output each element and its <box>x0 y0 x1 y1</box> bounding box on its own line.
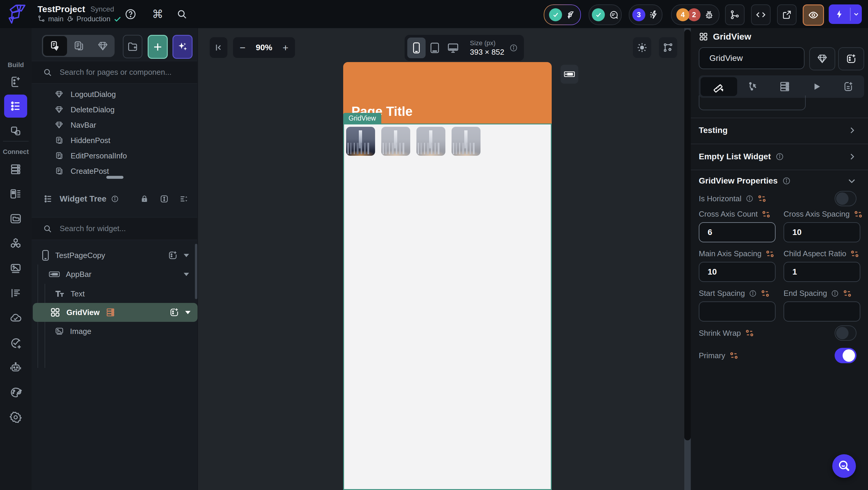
rail-media-button[interactable] <box>4 257 27 280</box>
tree-node-image[interactable]: Image <box>32 323 197 340</box>
rail-theme-button[interactable] <box>4 381 27 404</box>
tree-node-gridview-selected[interactable]: GridView <box>33 303 197 322</box>
list-item[interactable]: EditPersonalInfo <box>32 148 197 164</box>
shortcuts-button[interactable]: ⌘ <box>151 8 164 21</box>
tree-node-page[interactable]: TestPageCopy <box>32 247 197 264</box>
widget-search[interactable] <box>32 217 197 240</box>
grid-image-1[interactable] <box>346 127 375 156</box>
is-horizontal-toggle[interactable] <box>835 191 857 206</box>
tab-backend-query[interactable] <box>769 77 801 96</box>
zoom-in-button[interactable]: + <box>280 42 291 54</box>
rail-components-button[interactable] <box>4 120 27 143</box>
tab-properties[interactable] <box>701 77 737 96</box>
main-axis-spacing-input[interactable]: 10 <box>699 262 776 282</box>
tree-node-appbar[interactable]: AppBar <box>32 266 197 283</box>
cross-axis-spacing-input[interactable]: 10 <box>783 222 860 242</box>
rail-files-button[interactable] <box>4 207 27 230</box>
tree-node-text[interactable]: Text <box>32 286 197 302</box>
start-spacing-input[interactable] <box>699 301 776 321</box>
testing-section-row[interactable]: Testing <box>691 118 868 143</box>
zoom-out-button[interactable]: − <box>237 42 248 54</box>
set-from-variable-icon[interactable] <box>761 289 770 298</box>
tab-animations[interactable] <box>801 77 833 96</box>
actions-pill[interactable]: 3 <box>629 4 662 25</box>
set-from-variable-icon[interactable] <box>730 351 738 360</box>
expand-vertical-icon[interactable] <box>159 194 169 204</box>
share-button[interactable] <box>777 4 797 25</box>
add-widget-icon[interactable] <box>168 250 178 260</box>
set-from-variable-icon[interactable] <box>745 329 754 338</box>
device-tablet-button[interactable] <box>426 37 444 58</box>
code-health-pill[interactable] <box>544 4 581 25</box>
empty-list-section-row[interactable]: Empty List Widget <box>691 144 868 169</box>
grid-image-3[interactable] <box>416 127 445 156</box>
collapse-caret[interactable] <box>185 311 190 314</box>
list-item[interactable]: NavBar <box>32 117 197 133</box>
set-from-variable-icon[interactable] <box>843 289 852 298</box>
widget-name-input[interactable]: GridView <box>699 47 805 69</box>
list-item[interactable]: LogoutDialog <box>32 87 197 102</box>
segment-components[interactable] <box>91 36 115 56</box>
collapse-caret[interactable] <box>184 273 189 276</box>
help-button[interactable] <box>124 8 137 21</box>
add-page-button[interactable] <box>148 35 168 59</box>
convert-to-component-button[interactable] <box>809 47 835 70</box>
collapse-panel-button[interactable] <box>210 37 227 58</box>
add-folder-button[interactable] <box>123 35 142 58</box>
grid-image-4[interactable] <box>452 127 480 156</box>
rail-data-types-button[interactable] <box>4 182 27 205</box>
tree-scrollbar-thumb[interactable] <box>195 244 197 299</box>
cross-axis-count-input[interactable]: 6 <box>699 222 776 242</box>
rail-cloud-functions-button[interactable] <box>4 307 27 330</box>
rail-app-checks-button[interactable] <box>4 332 27 355</box>
comments-pill[interactable] <box>589 4 622 25</box>
rail-settings-button[interactable] <box>4 406 27 429</box>
global-search-button[interactable] <box>176 8 188 21</box>
list-item[interactable]: HiddenPost <box>32 133 197 148</box>
device-canvas[interactable]: Page Title GridView <box>343 62 552 490</box>
pages-search[interactable] <box>32 61 197 84</box>
canvas-scrollbar-thumb[interactable] <box>684 30 691 440</box>
end-spacing-input[interactable] <box>783 301 860 321</box>
ai-generate-page-button[interactable] <box>173 35 192 59</box>
zoom-level[interactable]: 90% <box>256 43 272 52</box>
rail-integrations-button[interactable] <box>4 232 27 255</box>
flutterflow-logo[interactable] <box>5 2 27 26</box>
widget-search-input[interactable] <box>59 224 184 233</box>
primary-toggle[interactable] <box>835 348 857 363</box>
rail-ai-agent-button[interactable] <box>4 356 27 379</box>
add-widget-icon[interactable] <box>169 307 179 317</box>
tab-interactions[interactable] <box>737 77 769 96</box>
grid-image-2[interactable] <box>381 127 410 156</box>
segment-pages-and-components[interactable] <box>43 36 67 56</box>
set-from-variable-icon[interactable] <box>762 210 771 219</box>
shrink-wrap-toggle[interactable] <box>835 325 857 341</box>
rail-database-button[interactable] <box>4 157 27 180</box>
assistant-search-fab[interactable] <box>832 454 856 478</box>
appbar-widget-chip[interactable] <box>561 65 578 84</box>
list-item[interactable]: DeleteDialog <box>32 102 197 117</box>
run-button[interactable] <box>829 4 862 24</box>
set-from-variable-icon[interactable] <box>854 210 863 219</box>
set-from-variable-icon[interactable] <box>850 250 859 258</box>
device-phone-button[interactable] <box>407 37 426 58</box>
run-options-button[interactable] <box>850 11 862 18</box>
preview-button[interactable] <box>803 4 824 26</box>
set-from-variable-icon[interactable] <box>766 250 774 258</box>
pages-search-input[interactable] <box>59 67 184 77</box>
issues-pill[interactable]: 4 2 <box>671 4 719 25</box>
gridview-widget[interactable] <box>343 123 552 490</box>
rail-page-selector-button[interactable] <box>4 70 27 93</box>
rail-widget-tree-button[interactable] <box>4 94 27 118</box>
lock-icon[interactable] <box>140 195 149 203</box>
code-view-button[interactable] <box>751 4 771 25</box>
light-mode-toggle-button[interactable] <box>633 37 651 58</box>
branch-row[interactable]: main Production <box>37 15 122 23</box>
device-desktop-button[interactable] <box>444 37 462 58</box>
canvas-settings-button[interactable] <box>659 37 677 58</box>
rail-custom-code-button[interactable] <box>4 282 27 305</box>
set-from-variable-icon[interactable] <box>757 194 766 203</box>
add-child-widget-button[interactable] <box>838 47 864 70</box>
collapse-caret[interactable] <box>184 254 189 257</box>
child-aspect-ratio-input[interactable]: 1 <box>783 262 860 282</box>
